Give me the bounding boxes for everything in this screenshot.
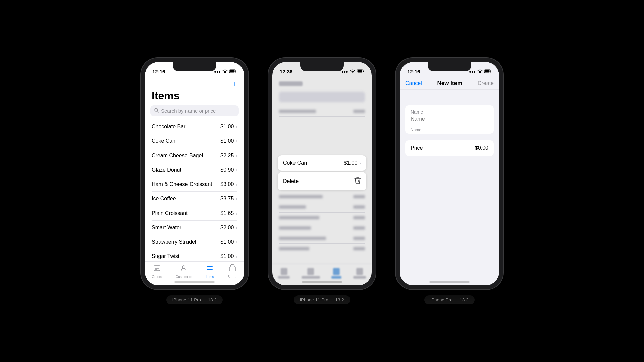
chevron-icon: ›: [236, 210, 237, 216]
home-indicator-3: [429, 281, 470, 283]
phone3-screen: 12:16 ●●● Cancel New Item Create: [400, 62, 499, 285]
chevron-icon: ›: [236, 182, 237, 187]
chevron-icon: ›: [236, 124, 237, 129]
status-time-3: 12:16: [407, 69, 420, 74]
phone3-frame: 12:16 ●●● Cancel New Item Create: [396, 58, 503, 289]
phone1-label: iPhone 11 Pro — 13.2: [166, 295, 223, 304]
list-item[interactable]: Smart Water $2.00 ›: [152, 221, 237, 235]
items-icon: [206, 264, 213, 274]
price-form-section: Price $0.00: [405, 140, 494, 156]
chevron-icon: ›: [236, 254, 237, 259]
chevron-icon: ›: [236, 225, 237, 230]
stores-icon: [229, 264, 236, 274]
tab-customers-label: Customers: [176, 275, 192, 279]
status-icons-2: ●●●: [341, 69, 364, 75]
svg-rect-16: [358, 70, 362, 72]
svg-point-9: [182, 266, 185, 268]
signal-icon-3: ●●●: [469, 70, 476, 74]
wifi-icon-1: [222, 69, 228, 75]
notch2: [300, 62, 344, 71]
phone2-label: iPhone 11 Pro — 13.2: [294, 295, 350, 304]
price-row[interactable]: Price $0.00: [405, 140, 494, 156]
svg-rect-1: [236, 70, 236, 72]
blur-item: [279, 244, 365, 254]
list-item[interactable]: Glaze Donut $0.90 ›: [152, 163, 237, 177]
tab-items-label: Items: [206, 275, 214, 279]
phone1-wrapper: 12:16 ●●● + Items: [141, 58, 248, 304]
svg-rect-2: [230, 70, 235, 72]
list-item[interactable]: Ham & Cheese Croissant $3.00 ›: [152, 177, 237, 192]
blur-item: [279, 106, 365, 117]
list-item[interactable]: Strawberry Strudel $1.00 ›: [152, 235, 237, 249]
signal-icon-1: ●●●: [214, 70, 221, 74]
svg-rect-13: [229, 267, 235, 271]
customers-icon: [180, 264, 187, 274]
blur-title-area: [279, 80, 365, 89]
phone2-wrapper: 12:36 ●●●: [268, 58, 376, 304]
name-sublabel: Name: [405, 126, 494, 134]
home-indicator-1: [174, 281, 215, 283]
list-item[interactable]: Plain Croissant $1.65 ›: [152, 206, 237, 221]
blur-item: [279, 213, 365, 223]
nav-bar-1: +: [145, 77, 244, 89]
swipe-item-price: $1.00: [344, 160, 357, 166]
form-spacer: [400, 90, 499, 102]
blur-item: [279, 192, 365, 202]
status-time-2: 12:36: [280, 69, 292, 74]
modal-cancel-button[interactable]: Cancel: [405, 80, 422, 86]
phone2-frame: 12:36 ●●●: [268, 58, 376, 289]
swipe-chevron-icon: ›: [359, 160, 361, 166]
list-item[interactable]: Chocolate Bar $1.00 ›: [152, 120, 237, 134]
status-icons-1: ●●●: [214, 69, 237, 75]
notch3: [428, 62, 471, 71]
chevron-icon: ›: [236, 167, 237, 173]
price-label: Price: [411, 145, 423, 151]
list-item[interactable]: Ice Coffee $3.75 ›: [152, 192, 237, 206]
name-placeholder-label: Name: [411, 109, 488, 115]
delete-button[interactable]: Delete: [278, 172, 366, 190]
phone1-screen: 12:16 ●●● + Items: [145, 62, 244, 285]
svg-line-4: [157, 111, 159, 112]
phone3-label: iPhone Pro — 13.2: [424, 295, 474, 304]
battery-icon-1: [229, 69, 237, 75]
tab-stores[interactable]: Stores: [228, 264, 237, 279]
phone3-wrapper: 12:16 ●●● Cancel New Item Create: [396, 58, 503, 304]
modal-create-button[interactable]: Create: [478, 80, 494, 86]
name-field[interactable]: Name: [405, 105, 494, 126]
name-input[interactable]: [411, 116, 488, 122]
tab-orders[interactable]: Orders: [152, 264, 162, 279]
blur-items-below: [272, 192, 372, 264]
list-item[interactable]: Cream Cheese Bagel $2.25 ›: [152, 148, 237, 163]
modal-title: New Item: [437, 80, 463, 87]
delete-label: Delete: [283, 178, 299, 184]
phone2-screen: 12:36 ●●●: [272, 62, 372, 285]
blur-item: [279, 233, 365, 244]
svg-rect-20: [491, 70, 491, 72]
tab-items[interactable]: Items: [206, 264, 214, 279]
empty-area: [400, 159, 499, 285]
trash-icon: [354, 177, 361, 186]
swipe-item-name: Coke Can: [283, 160, 307, 166]
notch1: [173, 62, 216, 71]
blur-title-bar: [279, 81, 303, 86]
tab-orders-label: Orders: [152, 275, 162, 279]
modal-nav: Cancel New Item Create: [400, 77, 499, 89]
tab-customers[interactable]: Customers: [176, 264, 192, 279]
add-button-1[interactable]: +: [232, 79, 237, 88]
wifi-icon-2: [350, 69, 355, 75]
search-bar-1[interactable]: Search by name or price: [150, 105, 239, 116]
status-icons-3: ●●●: [469, 69, 492, 75]
chevron-icon: ›: [236, 239, 237, 245]
chevron-icon: ›: [236, 138, 237, 144]
chevron-icon: ›: [236, 153, 237, 158]
wifi-icon-3: [477, 69, 483, 75]
orders-icon: [153, 264, 161, 274]
tab-stores-label: Stores: [228, 275, 237, 279]
list-item[interactable]: Coke Can $1.00 ›: [152, 134, 237, 148]
search-icon-1: [154, 108, 159, 114]
swipe-row[interactable]: Coke Can $1.00 ›: [278, 155, 366, 171]
home-indicator-2: [302, 281, 342, 283]
phone1-frame: 12:16 ●●● + Items: [141, 58, 248, 289]
list-item[interactable]: Sugar Twist $1.00 ›: [152, 249, 237, 261]
svg-rect-21: [485, 70, 490, 72]
